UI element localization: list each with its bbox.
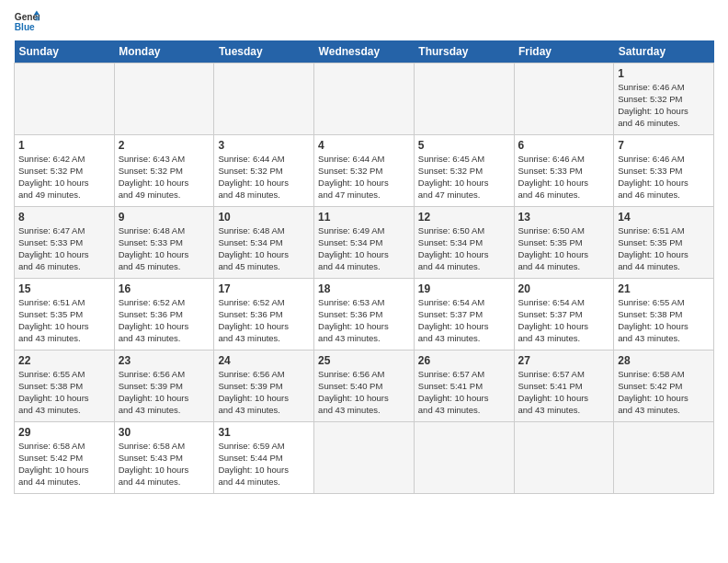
daylight-minutes: and 43 minutes.	[618, 333, 680, 343]
day-number: 26	[418, 353, 510, 368]
daylight-minutes: and 46 minutes.	[518, 190, 581, 200]
day-number: 10	[218, 210, 310, 224]
daylight-text: Daylight: 10 hours	[18, 321, 89, 331]
daylight-text: Daylight: 10 hours	[418, 393, 489, 403]
sunrise-text: Sunrise: 6:46 AM	[518, 154, 585, 164]
sunset-text: Sunset: 5:42 PM	[18, 453, 83, 463]
daylight-minutes: and 44 minutes.	[518, 261, 581, 271]
sunrise-text: Sunrise: 6:44 AM	[218, 154, 284, 164]
cell-w4-d4: 19Sunrise: 6:54 AMSunset: 5:37 PMDayligh…	[414, 279, 514, 350]
daylight-minutes: and 44 minutes.	[18, 477, 81, 487]
sunset-text: Sunset: 5:37 PM	[418, 309, 483, 319]
day-number: 20	[518, 282, 610, 296]
daylight-minutes: and 44 minutes.	[318, 261, 381, 271]
svg-marker-3	[35, 17, 40, 21]
daylight-minutes: and 43 minutes.	[119, 405, 181, 415]
day-number: 11	[318, 210, 410, 224]
daylight-minutes: and 43 minutes.	[218, 405, 280, 415]
sunset-text: Sunset: 5:40 PM	[318, 381, 382, 391]
cell-w5-d2: 24Sunrise: 6:56 AMSunset: 5:39 PMDayligh…	[214, 350, 314, 422]
sunrise-text: Sunrise: 6:58 AM	[618, 369, 684, 379]
daylight-minutes: and 43 minutes.	[418, 333, 481, 343]
sunrise-text: Sunrise: 6:46 AM	[618, 82, 684, 92]
day-number: 5	[418, 138, 510, 153]
daylight-minutes: and 43 minutes.	[518, 333, 581, 343]
cell-w3-d6: 14Sunrise: 6:51 AMSunset: 5:35 PMDayligh…	[614, 207, 714, 279]
col-header-saturday: Saturday	[614, 40, 714, 63]
daylight-minutes: and 43 minutes.	[18, 405, 81, 415]
cell-w1-d4	[414, 63, 514, 135]
sunset-text: Sunset: 5:32 PM	[418, 166, 483, 176]
day-number: 13	[518, 210, 610, 224]
sunrise-text: Sunrise: 6:52 AM	[119, 297, 185, 307]
sunrise-text: Sunrise: 6:53 AM	[318, 297, 384, 307]
day-number: 9	[119, 210, 210, 224]
daylight-text: Daylight: 10 hours	[119, 465, 189, 475]
daylight-minutes: and 44 minutes.	[218, 477, 280, 487]
daylight-text: Daylight: 10 hours	[18, 465, 89, 475]
sunset-text: Sunset: 5:32 PM	[618, 94, 682, 104]
sunset-text: Sunset: 5:32 PM	[18, 166, 83, 176]
daylight-text: Daylight: 10 hours	[218, 178, 289, 188]
day-number: 19	[418, 282, 510, 296]
svg-text:Blue: Blue	[15, 22, 35, 32]
daylight-text: Daylight: 10 hours	[418, 249, 489, 259]
sunrise-text: Sunrise: 6:58 AM	[119, 441, 185, 451]
daylight-minutes: and 44 minutes.	[418, 261, 481, 271]
sunrise-text: Sunrise: 6:58 AM	[18, 441, 85, 451]
daylight-text: Daylight: 10 hours	[218, 249, 289, 259]
day-number: 23	[119, 353, 210, 368]
cell-w5-d3: 25Sunrise: 6:56 AMSunset: 5:40 PMDayligh…	[314, 350, 415, 422]
cell-w1-d5	[514, 63, 614, 135]
sunrise-text: Sunrise: 6:50 AM	[518, 225, 585, 236]
sunrise-text: Sunrise: 6:54 AM	[418, 297, 484, 307]
daylight-text: Daylight: 10 hours	[518, 321, 589, 331]
day-number: 15	[18, 282, 110, 296]
cell-w3-d0: 8Sunrise: 6:47 AMSunset: 5:33 PMDaylight…	[15, 207, 115, 279]
col-header-tuesday: Tuesday	[214, 40, 314, 63]
cell-w2-d0: 1Sunrise: 6:42 AMSunset: 5:32 PMDaylight…	[15, 135, 115, 207]
sunrise-text: Sunrise: 6:59 AM	[218, 441, 284, 451]
daylight-text: Daylight: 10 hours	[218, 465, 289, 475]
daylight-text: Daylight: 10 hours	[119, 321, 189, 331]
week-row-1: 1Sunrise: 6:46 AMSunset: 5:32 PMDaylight…	[15, 63, 714, 135]
day-number: 31	[218, 425, 310, 440]
day-number: 17	[218, 282, 310, 296]
daylight-minutes: and 47 minutes.	[318, 190, 381, 200]
week-row-2: 1Sunrise: 6:42 AMSunset: 5:32 PMDaylight…	[15, 135, 714, 207]
sunset-text: Sunset: 5:35 PM	[18, 309, 83, 319]
sunset-text: Sunset: 5:39 PM	[119, 381, 183, 391]
cell-w5-d4: 26Sunrise: 6:57 AMSunset: 5:41 PMDayligh…	[414, 350, 514, 422]
sunset-text: Sunset: 5:32 PM	[318, 166, 382, 176]
col-header-sunday: Sunday	[15, 40, 115, 63]
daylight-text: Daylight: 10 hours	[518, 393, 589, 403]
sunset-text: Sunset: 5:44 PM	[218, 453, 282, 463]
sunset-text: Sunset: 5:32 PM	[218, 166, 282, 176]
sunrise-text: Sunrise: 6:55 AM	[618, 297, 684, 307]
daylight-minutes: and 48 minutes.	[218, 190, 280, 200]
daylight-text: Daylight: 10 hours	[618, 106, 688, 116]
day-number: 3	[218, 138, 310, 153]
sunrise-text: Sunrise: 6:45 AM	[418, 154, 484, 164]
day-number: 7	[618, 138, 710, 153]
col-header-wednesday: Wednesday	[314, 40, 415, 63]
day-number: 1	[18, 138, 110, 153]
cell-w3-d1: 9Sunrise: 6:48 AMSunset: 5:33 PMDaylight…	[114, 207, 214, 279]
day-number: 30	[119, 425, 210, 440]
sunset-text: Sunset: 5:34 PM	[318, 237, 382, 247]
col-header-monday: Monday	[114, 40, 214, 63]
daylight-minutes: and 45 minutes.	[218, 261, 280, 271]
daylight-text: Daylight: 10 hours	[119, 393, 189, 403]
sunrise-text: Sunrise: 6:51 AM	[618, 225, 684, 236]
cell-w3-d2: 10Sunrise: 6:48 AMSunset: 5:34 PMDayligh…	[214, 207, 314, 279]
header-row: SundayMondayTuesdayWednesdayThursdayFrid…	[15, 40, 714, 63]
day-number: 21	[618, 282, 710, 296]
day-number: 1	[618, 66, 710, 81]
sunset-text: Sunset: 5:33 PM	[119, 237, 183, 247]
daylight-minutes: and 43 minutes.	[418, 405, 481, 415]
sunrise-text: Sunrise: 6:56 AM	[119, 369, 185, 379]
sunset-text: Sunset: 5:36 PM	[119, 309, 183, 319]
sunset-text: Sunset: 5:34 PM	[418, 237, 483, 247]
daylight-minutes: and 43 minutes.	[119, 333, 181, 343]
daylight-text: Daylight: 10 hours	[318, 321, 389, 331]
